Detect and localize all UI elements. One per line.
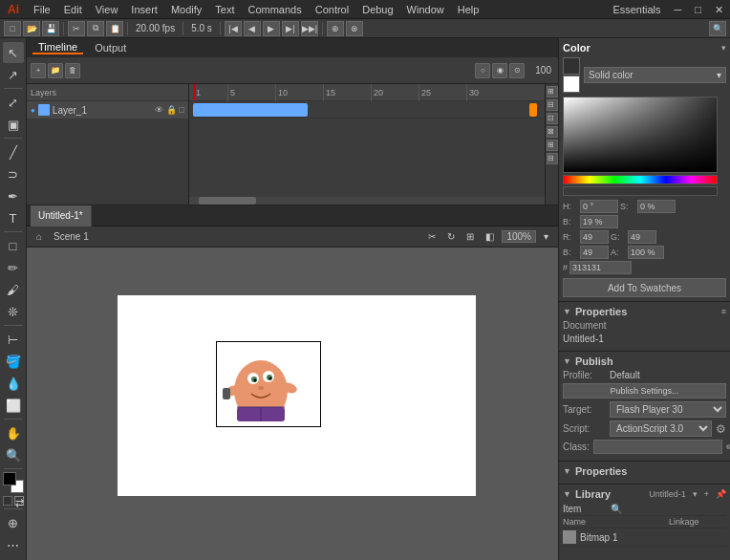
scrollbar-thumb[interactable] (199, 197, 256, 205)
eyedropper-tool[interactable]: 💧 (3, 373, 24, 394)
lasso-tool[interactable]: ⊃ (3, 163, 24, 184)
publish-section-header[interactable]: ▼ Publish (563, 355, 726, 367)
forward-btn[interactable]: ▶| (282, 21, 299, 36)
menu-file[interactable]: File (27, 0, 57, 19)
gradient-tool[interactable]: ▣ (3, 114, 24, 135)
zoom-dropdown-btn[interactable]: ▾ (540, 231, 552, 242)
play-btn[interactable]: ▶ (263, 21, 280, 36)
maximize-btn[interactable]: □ (688, 0, 708, 19)
edit-onion-btn[interactable]: ⊙ (509, 63, 525, 78)
skip-fwd-btn[interactable]: ▶▶| (301, 21, 318, 36)
timeline-strip-btn-6[interactable]: ⊟ (547, 153, 558, 164)
menu-debug[interactable]: Debug (355, 0, 399, 19)
g-input[interactable] (628, 230, 656, 244)
library-item-bitmap[interactable]: Bitmap 1 (563, 528, 726, 547)
bone-tool[interactable]: ⊢ (3, 329, 24, 350)
subselect-tool[interactable]: ↗ (3, 64, 24, 85)
snap2-btn[interactable]: ⊗ (346, 21, 363, 36)
properties-options[interactable]: ≡ (721, 307, 726, 316)
lock-icon[interactable]: 🔒 (166, 105, 177, 115)
skip-back-btn[interactable]: |◀ (225, 21, 242, 36)
b-input[interactable] (580, 215, 618, 228)
minimize-btn[interactable]: ─ (668, 0, 689, 19)
outline-icon[interactable]: □ (180, 105, 184, 115)
color-gradient-picker[interactable] (563, 97, 718, 173)
timeline-scrollbar[interactable] (189, 197, 545, 205)
copy-btn[interactable]: ⧉ (87, 21, 104, 36)
essentials-menu[interactable]: Essentials (606, 0, 667, 19)
eye-icon[interactable]: 👁 (155, 105, 163, 115)
cut-btn[interactable]: ✂ (68, 21, 85, 36)
rect-tool[interactable]: □ (3, 235, 24, 256)
color-panel-collapse[interactable]: ▾ (721, 43, 726, 53)
zoom-tool[interactable]: 🔍 (3, 444, 24, 465)
class-edit-btn[interactable]: ✏ (726, 441, 730, 454)
frame-cell[interactable] (193, 103, 308, 117)
properties-section-header[interactable]: ▼ Properties ≡ (563, 306, 726, 317)
color-canvas[interactable] (564, 97, 717, 172)
text-tool[interactable]: T (3, 207, 24, 228)
stage-home-btn[interactable]: ⌂ (32, 231, 46, 242)
library-select[interactable]: Untitled-1 (649, 489, 686, 499)
timeline-strip-btn-1[interactable]: ⊞ (547, 86, 558, 97)
menu-commands[interactable]: Commands (241, 0, 308, 19)
grid-btn[interactable]: ⊞ (462, 231, 478, 242)
delete-layer-btn[interactable]: 🗑 (65, 63, 80, 78)
brush-tool[interactable]: 🖌 (3, 279, 24, 300)
free-transform-tool[interactable]: ⤢ (3, 92, 24, 113)
select-tool[interactable]: ↖ (3, 42, 24, 63)
a-input[interactable] (628, 246, 664, 259)
publish-settings-btn[interactable]: Publish Settings... (563, 383, 726, 398)
extras-tool[interactable]: ⋯ (3, 534, 24, 555)
deco-tool[interactable]: ❊ (3, 301, 24, 322)
eraser-tool[interactable]: ⬜ (3, 395, 24, 416)
add-to-swatches-btn[interactable]: Add To Swatches (563, 278, 726, 297)
timeline-strip-btn-5[interactable]: ⊞ (547, 140, 558, 151)
swap-colors-btn[interactable]: ⇄ (14, 496, 24, 506)
target-select[interactable]: Flash Player 30 (610, 401, 726, 418)
h-input[interactable] (580, 200, 618, 213)
rotate-btn[interactable]: ↻ (443, 231, 459, 242)
close-btn[interactable]: ✕ (708, 0, 730, 19)
tab-output[interactable]: Output (89, 42, 132, 54)
menu-insert[interactable]: Insert (124, 0, 164, 19)
r-input[interactable] (580, 230, 609, 244)
menu-modify[interactable]: Modify (164, 0, 208, 19)
script-edit-btn[interactable]: ⚙ (716, 422, 726, 436)
onion-skin-out-btn[interactable]: ◉ (492, 63, 507, 78)
paint-bucket-tool[interactable]: 🪣 (3, 351, 24, 372)
hex-input[interactable] (569, 261, 632, 274)
library-section-header[interactable]: ▼ Library Untitled-1 ▾ + 📌 (563, 488, 726, 500)
item-search[interactable]: 🔍 (611, 504, 630, 514)
black-white-btn[interactable] (3, 496, 12, 506)
stage-tab-untitled[interactable]: Untitled-1* (31, 205, 92, 226)
zoom-display[interactable]: 100% (502, 230, 536, 243)
timeline-strip-btn-3[interactable]: ⊡ (547, 113, 558, 124)
timeline-strip-btn-2[interactable]: ⊟ (547, 99, 558, 111)
library-dropdown[interactable]: ▾ (693, 489, 698, 499)
back-btn[interactable]: ◀ (244, 21, 261, 36)
new-layer-btn[interactable]: + (31, 63, 46, 78)
snap-btn[interactable]: ⊕ (327, 21, 344, 36)
stroke-swatch[interactable] (563, 57, 580, 75)
color-type-select[interactable]: Solid color ▾ (584, 67, 726, 83)
stroke-color-swatch[interactable] (3, 472, 16, 485)
library-new-btn[interactable]: + (704, 489, 709, 499)
menu-help[interactable]: Help (451, 0, 486, 19)
menu-control[interactable]: Control (309, 0, 355, 19)
playhead[interactable] (193, 84, 195, 100)
hue-bar[interactable] (563, 175, 718, 184)
b-rgb-input[interactable] (580, 246, 609, 259)
line-tool[interactable]: ╱ (3, 141, 24, 162)
fill-swatch[interactable] (563, 75, 580, 93)
new-btn[interactable]: □ (4, 21, 21, 36)
open-btn[interactable]: 📂 (23, 21, 40, 36)
menu-text[interactable]: Text (208, 0, 241, 19)
clip-btn[interactable]: ✂ (424, 231, 440, 242)
script-select[interactable]: ActionScript 3.0 (610, 420, 712, 437)
timeline-strip-btn-4[interactable]: ⊠ (547, 126, 558, 138)
paste-btn[interactable]: 📋 (106, 21, 123, 36)
snap-magnet-tool[interactable]: ⊕ (3, 512, 24, 533)
s-input[interactable] (637, 200, 676, 213)
menu-window[interactable]: Window (400, 0, 451, 19)
